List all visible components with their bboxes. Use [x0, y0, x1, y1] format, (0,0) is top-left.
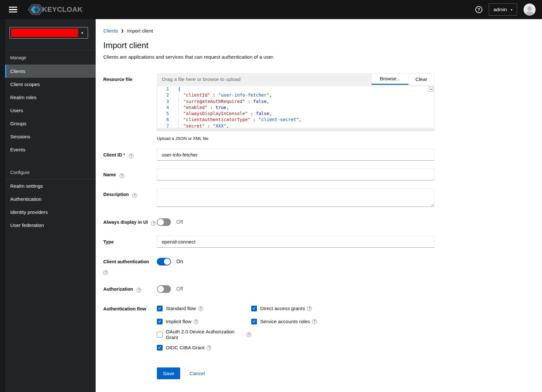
sidebar-item-events[interactable]: Events — [5, 143, 96, 156]
checkbox-help-icon[interactable]: ? — [312, 319, 317, 324]
type-input[interactable] — [157, 236, 434, 248]
code-line[interactable]: 4 "enabled" : true, — [157, 105, 434, 111]
hamburger-menu-icon[interactable] — [9, 7, 17, 13]
file-upload: Drag a file here or browse to upload Bro… — [157, 73, 434, 85]
checkbox-help-icon[interactable]: ? — [307, 306, 312, 311]
code-line[interactable]: 1{ — [157, 86, 434, 92]
nav-group-configure: ConfigureRealm settingsAuthenticationIde… — [5, 165, 96, 232]
checkbox-unchecked-icon[interactable] — [157, 332, 163, 338]
sidebar-item-groups[interactable]: Groups — [5, 117, 96, 130]
authorization-label: Authorization ? — [103, 283, 157, 295]
sidebar-item-users[interactable]: Users — [5, 104, 96, 117]
code-line[interactable]: 2 "clientId" : "user-info-fetcher", — [157, 92, 434, 98]
line-number: 4 — [157, 105, 174, 111]
sidebar-item-identity-providers[interactable]: Identity providers — [5, 206, 96, 219]
line-number: 3 — [157, 98, 174, 105]
keycloak-hexagon-icon — [27, 3, 44, 17]
breadcrumb-current: Import client — [127, 28, 153, 33]
code-line[interactable]: 6 "clientAuthenticatorType" : "client-se… — [157, 117, 434, 123]
client-id-help-icon[interactable]: ? — [129, 154, 134, 158]
line-number: 1 — [157, 86, 174, 92]
sidebar-item-sessions[interactable]: Sessions — [5, 130, 96, 143]
code-line[interactable]: 3 "surrogateAuthRequired" : false, — [157, 98, 434, 105]
help-icon[interactable]: ? — [475, 6, 482, 13]
checkbox-label: OAuth 2.0 Device Authorization Grant — [166, 329, 245, 340]
checkbox-checked-icon[interactable]: ✓ — [251, 319, 257, 324]
client-auth-state: On — [176, 259, 183, 265]
checkbox-item-oauth-2-0-device-authorization-grant[interactable]: OAuth 2.0 Device Authorization Grant? — [157, 331, 251, 338]
keycloak-logo: KEYCLOAK — [27, 3, 83, 17]
required-asterisk: * — [123, 152, 125, 157]
user-dropdown-label: admin — [494, 7, 507, 12]
checkbox-checked-icon[interactable]: ✓ — [157, 345, 163, 351]
checkbox-help-icon[interactable]: ? — [247, 332, 251, 337]
authorization-state: Off — [176, 286, 183, 292]
checkbox-item-standard-flow[interactable]: ✓Standard flow? — [157, 305, 251, 312]
user-silhouette-icon — [524, 5, 536, 16]
checkbox-checked-icon[interactable]: ✓ — [157, 306, 163, 311]
sidebar-item-realm-roles[interactable]: Realm roles — [5, 91, 96, 104]
always-display-help-icon[interactable]: ? — [151, 221, 156, 226]
checkbox-help-icon[interactable]: ? — [198, 306, 203, 311]
file-drop-zone[interactable]: Drag a file here or browse to upload — [157, 74, 371, 85]
checkbox-item-oidc-ciba-grant[interactable]: ✓OIDC CIBA Grant? — [157, 344, 251, 352]
auth-flow-options: ✓Standard flow?✓Direct access grants?✓Im… — [157, 303, 434, 352]
editor-horizontal-scrollbar[interactable] — [157, 128, 434, 131]
client-auth-toggle[interactable] — [157, 258, 171, 265]
main-content: Clients ❯ Import client Import client Cl… — [96, 19, 542, 392]
line-number: 6 — [157, 117, 174, 123]
description-textarea[interactable] — [157, 188, 434, 207]
name-input[interactable] — [157, 169, 434, 180]
realm-selector[interactable]: ▾ — [10, 27, 88, 39]
realm-name-redacted — [11, 29, 78, 37]
page-subtitle: Clients are applications and services th… — [103, 54, 542, 60]
chevron-down-icon: ▾ — [78, 31, 86, 35]
type-label: Type — [103, 236, 157, 248]
checkbox-help-icon[interactable]: ? — [194, 319, 198, 324]
user-dropdown[interactable]: admin ▾ — [489, 4, 517, 16]
nav-group-title: Configure — [5, 165, 96, 179]
avatar[interactable] — [524, 4, 536, 16]
authorization-toggle[interactable] — [157, 285, 171, 293]
browse-button[interactable]: Browse... — [371, 74, 408, 85]
code-line[interactable]: 5 "alwaysDisplayInConsole" : false, — [157, 111, 434, 117]
clear-button[interactable]: Clear — [408, 74, 434, 85]
checkbox-item-implicit-flow[interactable]: ✓Implicit flow? — [157, 318, 251, 325]
masthead: KEYCLOAK ? admin ▾ — [0, 0, 542, 19]
editor-scrollbar[interactable] — [429, 87, 433, 92]
sidebar: ▾ ManageClientsClient scopesRealm rolesU… — [0, 19, 96, 392]
checkbox-checked-icon[interactable]: ✓ — [251, 306, 257, 311]
breadcrumb-link-clients[interactable]: Clients — [103, 28, 118, 33]
sidebar-item-authentication[interactable]: Authentication — [5, 192, 96, 206]
checkbox-label: Standard flow — [166, 306, 196, 311]
sidebar-item-realm-settings[interactable]: Realm settings — [5, 179, 96, 192]
sidebar-item-clients[interactable]: Clients — [5, 65, 96, 78]
indent-guide — [178, 92, 179, 129]
name-help-icon[interactable]: ? — [120, 173, 124, 178]
cancel-button[interactable]: Cancel — [189, 371, 205, 376]
always-display-state: Off — [176, 219, 183, 225]
resource-file-label: Resource file — [103, 73, 157, 141]
sidebar-item-user-federation[interactable]: User federation — [5, 219, 96, 232]
chevron-down-icon: ▾ — [511, 8, 512, 11]
sidebar-item-client-scopes[interactable]: Client scopes — [5, 78, 96, 91]
page-title: Import client — [103, 40, 542, 50]
brand-text: KEYCLOAK — [42, 5, 83, 14]
client-auth-help-icon[interactable]: ? — [103, 270, 108, 275]
breadcrumb: Clients ❯ Import client — [103, 28, 542, 33]
checkbox-item-service-accounts-roles[interactable]: ✓Service accounts roles? — [251, 318, 434, 325]
description-help-icon[interactable]: ? — [132, 193, 137, 198]
checkbox-checked-icon[interactable]: ✓ — [157, 319, 163, 324]
client-id-input[interactable] — [157, 149, 434, 161]
client-id-label: Client ID* ? — [103, 149, 157, 161]
save-button[interactable]: Save — [157, 367, 180, 379]
nav-group-manage: ManageClientsClient scopesRealm rolesUse… — [5, 50, 96, 156]
line-number: 2 — [157, 92, 174, 98]
json-code-editor[interactable]: 1{2 "clientId" : "user-info-fetcher",3 "… — [157, 86, 434, 131]
always-display-toggle[interactable] — [157, 218, 171, 226]
checkbox-help-icon[interactable]: ? — [207, 345, 211, 350]
checkbox-item-direct-access-grants[interactable]: ✓Direct access grants? — [251, 305, 434, 312]
upload-helper-text: Upload a JSON or XML file — [157, 136, 434, 141]
import-client-form: Resource file Drag a file here or browse… — [103, 73, 542, 379]
authorization-help-icon[interactable]: ? — [136, 288, 141, 293]
